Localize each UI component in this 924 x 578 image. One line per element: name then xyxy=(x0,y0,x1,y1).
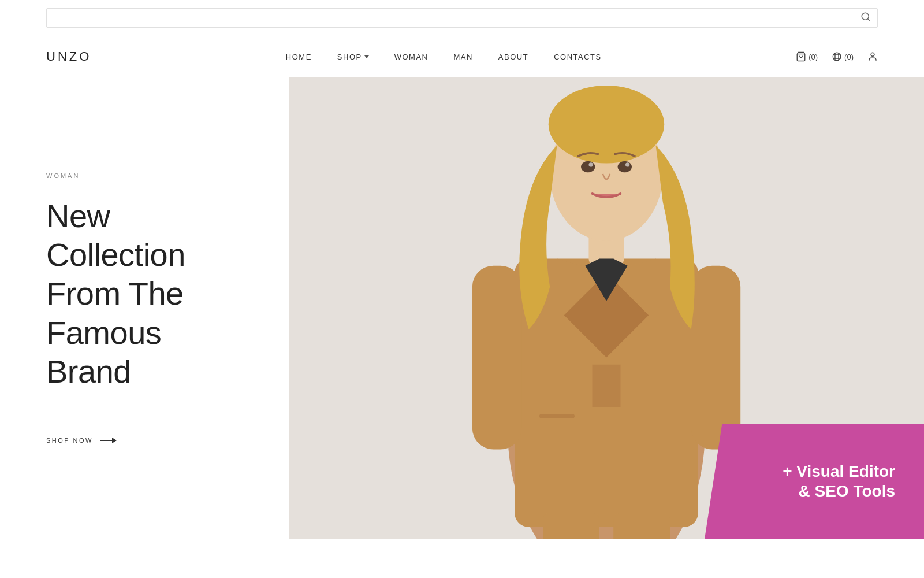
svg-point-0 xyxy=(862,13,869,20)
nav-home[interactable]: HOME xyxy=(286,53,312,61)
svg-rect-23 xyxy=(543,513,599,539)
compare-link[interactable]: (0) xyxy=(832,51,854,62)
hero-section: WOMAN New Collection From The Famous Bra… xyxy=(0,77,924,539)
nav-contacts[interactable]: CONTACTS xyxy=(554,53,602,61)
hero-category: WOMAN xyxy=(46,172,243,179)
promo-badge-text2: & SEO Tools xyxy=(799,481,896,501)
search-button[interactable] xyxy=(860,12,871,24)
hero-title: New Collection From The Famous Brand xyxy=(46,197,243,391)
compare-icon xyxy=(832,51,842,62)
hero-text: WOMAN New Collection From The Famous Bra… xyxy=(0,126,289,490)
compare-count: (0) xyxy=(844,53,854,61)
search-icon xyxy=(860,12,871,22)
shop-now-label: SHOP NOW xyxy=(46,437,93,444)
main-nav: HOME SHOP WOMAN MAN ABOUT CONTACTS xyxy=(286,53,602,61)
chevron-down-icon xyxy=(364,55,369,58)
svg-point-3 xyxy=(833,53,841,61)
nav-man[interactable]: MAN xyxy=(453,53,472,61)
svg-point-20 xyxy=(625,162,629,166)
hero-title-line3: Brand xyxy=(46,353,131,390)
hero-image: + Visual Editor & SEO Tools xyxy=(289,77,924,539)
hero-title-line1: New Collection xyxy=(46,198,185,273)
svg-rect-21 xyxy=(539,414,575,418)
svg-line-1 xyxy=(867,18,869,20)
user-link[interactable] xyxy=(867,51,878,62)
header-icons: (0) (0) xyxy=(796,51,878,62)
svg-rect-12 xyxy=(472,266,522,450)
search-bar-container xyxy=(0,0,924,36)
search-bar-wrapper xyxy=(46,8,878,28)
shop-now-button[interactable]: SHOP NOW xyxy=(46,437,243,444)
user-icon xyxy=(867,51,878,62)
cart-icon xyxy=(796,51,806,62)
svg-point-16 xyxy=(549,86,664,163)
hero-title-line2: From The Famous xyxy=(46,275,184,350)
promo-badge: + Visual Editor & SEO Tools xyxy=(705,424,924,539)
nav-woman[interactable]: WOMAN xyxy=(394,53,429,61)
svg-point-19 xyxy=(588,162,593,166)
svg-point-4 xyxy=(871,53,874,56)
arrow-right-icon xyxy=(100,440,116,441)
cart-count: (0) xyxy=(808,53,818,61)
svg-rect-22 xyxy=(593,365,621,407)
svg-point-18 xyxy=(618,161,632,173)
search-input[interactable] xyxy=(46,8,878,28)
cart-link[interactable]: (0) xyxy=(796,51,818,62)
logo[interactable]: UNZO xyxy=(46,49,91,64)
nav-about[interactable]: ABOUT xyxy=(498,53,528,61)
svg-rect-13 xyxy=(691,266,741,450)
svg-rect-24 xyxy=(613,513,670,539)
nav-shop[interactable]: SHOP xyxy=(337,53,369,61)
promo-badge-text1: + Visual Editor xyxy=(783,462,895,481)
header: UNZO HOME SHOP WOMAN MAN ABOUT CONTACTS … xyxy=(0,36,924,77)
svg-point-17 xyxy=(581,161,595,173)
hero-image-background: + Visual Editor & SEO Tools xyxy=(289,77,924,539)
